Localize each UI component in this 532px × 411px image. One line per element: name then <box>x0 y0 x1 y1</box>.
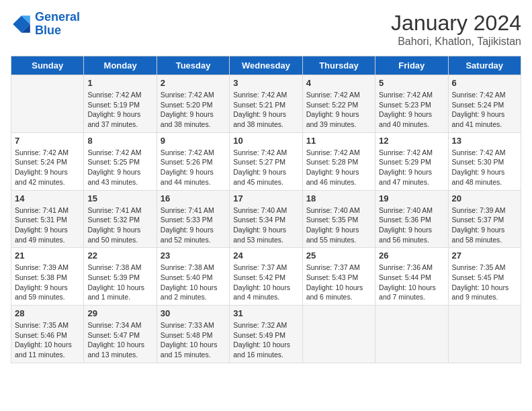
calendar-cell: 13Sunrise: 7:42 AM Sunset: 5:30 PM Dayli… <box>448 132 521 190</box>
weekday-header: Wednesday <box>230 56 302 75</box>
calendar-cell: 16Sunrise: 7:41 AM Sunset: 5:33 PM Dayli… <box>157 190 229 248</box>
day-info: Sunrise: 7:42 AM Sunset: 5:21 PM Dayligh… <box>233 90 298 130</box>
calendar-cell: 21Sunrise: 7:39 AM Sunset: 5:38 PM Dayli… <box>11 248 84 306</box>
calendar-cell: 24Sunrise: 7:37 AM Sunset: 5:42 PM Dayli… <box>230 248 302 306</box>
calendar-cell: 9Sunrise: 7:42 AM Sunset: 5:26 PM Daylig… <box>157 132 229 190</box>
day-info: Sunrise: 7:39 AM Sunset: 5:38 PM Dayligh… <box>15 263 80 302</box>
day-info: Sunrise: 7:42 AM Sunset: 5:27 PM Dayligh… <box>233 148 298 187</box>
day-info: Sunrise: 7:32 AM Sunset: 5:49 PM Dayligh… <box>233 320 298 360</box>
weekday-header: Saturday <box>448 56 521 75</box>
day-info: Sunrise: 7:37 AM Sunset: 5:42 PM Dayligh… <box>233 263 298 302</box>
page-header: General Blue January 2024 Bahori, Khatlo… <box>11 11 521 48</box>
day-info: Sunrise: 7:37 AM Sunset: 5:43 PM Dayligh… <box>306 263 371 302</box>
calendar-cell: 11Sunrise: 7:42 AM Sunset: 5:28 PM Dayli… <box>302 132 375 190</box>
calendar-cell <box>302 306 375 363</box>
day-info: Sunrise: 7:36 AM Sunset: 5:44 PM Dayligh… <box>379 263 444 302</box>
day-number: 9 <box>161 136 226 146</box>
calendar-week-row: 7Sunrise: 7:42 AM Sunset: 5:24 PM Daylig… <box>11 132 521 190</box>
logo-icon <box>11 13 32 35</box>
day-number: 22 <box>87 250 152 261</box>
calendar-cell: 4Sunrise: 7:42 AM Sunset: 5:22 PM Daylig… <box>302 75 375 133</box>
day-number: 30 <box>161 308 226 318</box>
calendar-cell: 3Sunrise: 7:42 AM Sunset: 5:21 PM Daylig… <box>230 75 302 133</box>
calendar-cell <box>11 75 84 133</box>
calendar-cell: 7Sunrise: 7:42 AM Sunset: 5:24 PM Daylig… <box>11 132 84 190</box>
day-number: 5 <box>379 78 444 88</box>
weekday-header: Sunday <box>11 56 84 75</box>
day-number: 12 <box>379 136 444 146</box>
day-number: 2 <box>161 78 226 88</box>
day-number: 4 <box>306 78 371 88</box>
day-info: Sunrise: 7:42 AM Sunset: 5:30 PM Dayligh… <box>452 148 517 187</box>
day-number: 24 <box>233 250 298 261</box>
day-number: 26 <box>379 250 444 261</box>
calendar-cell <box>375 306 448 363</box>
calendar-cell: 22Sunrise: 7:38 AM Sunset: 5:39 PM Dayli… <box>84 248 157 306</box>
calendar-week-row: 28Sunrise: 7:35 AM Sunset: 5:46 PM Dayli… <box>11 306 521 363</box>
day-info: Sunrise: 7:42 AM Sunset: 5:25 PM Dayligh… <box>87 148 152 187</box>
day-info: Sunrise: 7:42 AM Sunset: 5:24 PM Dayligh… <box>452 90 517 130</box>
day-info: Sunrise: 7:35 AM Sunset: 5:46 PM Dayligh… <box>15 320 80 360</box>
day-info: Sunrise: 7:41 AM Sunset: 5:32 PM Dayligh… <box>87 205 152 245</box>
weekday-header: Friday <box>375 56 448 75</box>
day-info: Sunrise: 7:41 AM Sunset: 5:31 PM Dayligh… <box>15 205 80 245</box>
day-info: Sunrise: 7:42 AM Sunset: 5:24 PM Dayligh… <box>15 148 80 187</box>
main-title: January 2024 <box>391 11 521 36</box>
calendar-cell: 31Sunrise: 7:32 AM Sunset: 5:49 PM Dayli… <box>230 306 302 363</box>
calendar-cell: 12Sunrise: 7:42 AM Sunset: 5:29 PM Dayli… <box>375 132 448 190</box>
day-number: 10 <box>233 136 298 146</box>
calendar-cell: 2Sunrise: 7:42 AM Sunset: 5:20 PM Daylig… <box>157 75 229 133</box>
calendar-cell: 10Sunrise: 7:42 AM Sunset: 5:27 PM Dayli… <box>230 132 302 190</box>
day-info: Sunrise: 7:42 AM Sunset: 5:28 PM Dayligh… <box>306 148 371 187</box>
calendar-cell: 8Sunrise: 7:42 AM Sunset: 5:25 PM Daylig… <box>84 132 157 190</box>
day-info: Sunrise: 7:40 AM Sunset: 5:36 PM Dayligh… <box>379 205 444 245</box>
day-info: Sunrise: 7:42 AM Sunset: 5:19 PM Dayligh… <box>87 90 152 130</box>
calendar-cell <box>448 306 521 363</box>
day-info: Sunrise: 7:42 AM Sunset: 5:20 PM Dayligh… <box>161 90 226 130</box>
day-number: 17 <box>233 193 298 203</box>
calendar-cell: 25Sunrise: 7:37 AM Sunset: 5:43 PM Dayli… <box>302 248 375 306</box>
day-number: 23 <box>161 250 226 261</box>
day-info: Sunrise: 7:34 AM Sunset: 5:47 PM Dayligh… <box>87 320 152 360</box>
day-number: 15 <box>87 193 152 203</box>
weekday-header: Tuesday <box>157 56 229 75</box>
calendar-cell: 17Sunrise: 7:40 AM Sunset: 5:34 PM Dayli… <box>230 190 302 248</box>
calendar-week-row: 21Sunrise: 7:39 AM Sunset: 5:38 PM Dayli… <box>11 248 521 306</box>
calendar-cell: 28Sunrise: 7:35 AM Sunset: 5:46 PM Dayli… <box>11 306 84 363</box>
day-info: Sunrise: 7:40 AM Sunset: 5:34 PM Dayligh… <box>233 205 298 245</box>
day-info: Sunrise: 7:42 AM Sunset: 5:26 PM Dayligh… <box>161 148 226 187</box>
calendar-cell: 15Sunrise: 7:41 AM Sunset: 5:32 PM Dayli… <box>84 190 157 248</box>
calendar-cell: 14Sunrise: 7:41 AM Sunset: 5:31 PM Dayli… <box>11 190 84 248</box>
day-number: 29 <box>87 308 152 318</box>
calendar-cell: 20Sunrise: 7:39 AM Sunset: 5:37 PM Dayli… <box>448 190 521 248</box>
logo-text: General Blue <box>35 11 80 38</box>
day-number: 8 <box>87 136 152 146</box>
subtitle: Bahori, Khatlon, Tajikistan <box>391 36 521 48</box>
day-number: 27 <box>452 250 517 261</box>
day-number: 6 <box>452 78 517 88</box>
calendar-cell: 26Sunrise: 7:36 AM Sunset: 5:44 PM Dayli… <box>375 248 448 306</box>
day-number: 1 <box>87 78 152 88</box>
day-info: Sunrise: 7:40 AM Sunset: 5:35 PM Dayligh… <box>306 205 371 245</box>
calendar-header-row: SundayMondayTuesdayWednesdayThursdayFrid… <box>11 56 521 75</box>
day-number: 19 <box>379 193 444 203</box>
calendar-cell: 23Sunrise: 7:38 AM Sunset: 5:40 PM Dayli… <box>157 248 229 306</box>
day-info: Sunrise: 7:38 AM Sunset: 5:39 PM Dayligh… <box>87 263 152 302</box>
calendar-cell: 19Sunrise: 7:40 AM Sunset: 5:36 PM Dayli… <box>375 190 448 248</box>
day-number: 11 <box>306 136 371 146</box>
day-number: 18 <box>306 193 371 203</box>
calendar-week-row: 14Sunrise: 7:41 AM Sunset: 5:31 PM Dayli… <box>11 190 521 248</box>
weekday-header: Monday <box>84 56 157 75</box>
day-number: 20 <box>452 193 517 203</box>
day-number: 13 <box>452 136 517 146</box>
day-info: Sunrise: 7:41 AM Sunset: 5:33 PM Dayligh… <box>161 205 226 245</box>
day-number: 7 <box>15 136 80 146</box>
day-number: 3 <box>233 78 298 88</box>
day-number: 14 <box>15 193 80 203</box>
calendar-cell: 1Sunrise: 7:42 AM Sunset: 5:19 PM Daylig… <box>84 75 157 133</box>
logo: General Blue <box>11 11 80 38</box>
title-block: January 2024 Bahori, Khatlon, Tajikistan <box>391 11 521 48</box>
day-info: Sunrise: 7:42 AM Sunset: 5:22 PM Dayligh… <box>306 90 371 130</box>
calendar-table: SundayMondayTuesdayWednesdayThursdayFrid… <box>11 56 521 363</box>
day-info: Sunrise: 7:33 AM Sunset: 5:48 PM Dayligh… <box>161 320 226 360</box>
